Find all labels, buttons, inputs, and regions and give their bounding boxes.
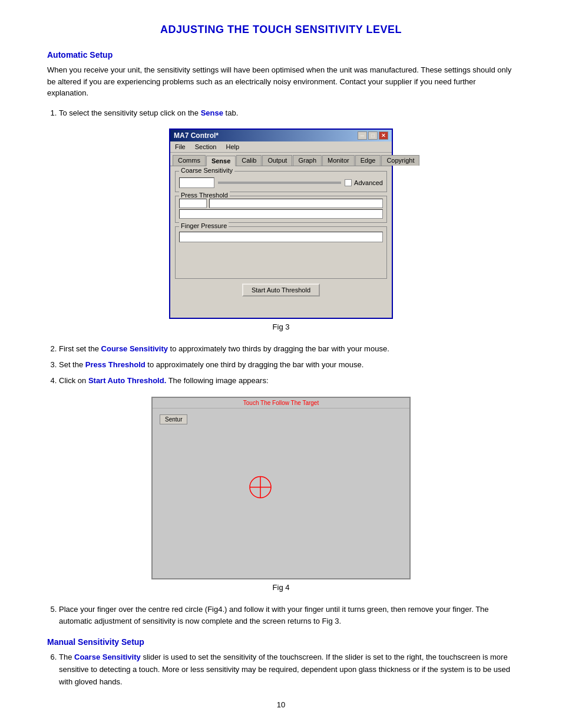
coarse-slider[interactable] bbox=[218, 182, 341, 184]
tab-output[interactable]: Output bbox=[262, 155, 292, 166]
calib-crosshair bbox=[246, 472, 275, 503]
instruction-item-3: Set the Press Threshold to approximately… bbox=[59, 359, 515, 371]
bottom-spacer bbox=[175, 301, 387, 313]
win-menubar: File Section Help bbox=[170, 141, 392, 153]
win-dialog-fig3: MA7 Control* ─ □ ✕ File Section Help Com… bbox=[169, 129, 393, 319]
win-tabs: Comms Sense Calib Output Graph Monitor E… bbox=[170, 153, 392, 166]
titlebar-buttons: ─ □ ✕ bbox=[358, 131, 388, 140]
automatic-setup-body: When you receive your unit, the sensitiv… bbox=[47, 64, 515, 99]
fig3-caption: Fig 3 bbox=[273, 322, 290, 331]
maximize-button[interactable]: □ bbox=[368, 131, 378, 140]
figure4-container: Touch The Follow The Target Sentur Fig 4 bbox=[47, 397, 515, 592]
page-number: 10 bbox=[47, 700, 515, 709]
fig4-caption: Fig 4 bbox=[273, 583, 290, 592]
advanced-checkbox-row: Advanced bbox=[345, 179, 383, 186]
minimize-button[interactable]: ─ bbox=[358, 131, 367, 140]
coarse-sensitivity-row: Advanced bbox=[179, 177, 383, 188]
instruction-list-2: First set the Course Sensitivity to appr… bbox=[59, 343, 515, 387]
instruction-item-6: The Coarse Sensitivity slider is used to… bbox=[59, 651, 515, 688]
finger-pressure-empty bbox=[179, 242, 383, 275]
win-content: Coarse Sensitivity Advanced Press Thresh… bbox=[170, 166, 392, 318]
instruction-list-6: The Coarse Sensitivity slider is used to… bbox=[59, 651, 515, 688]
finger-pressure-label: Finger Pressure bbox=[179, 222, 229, 229]
tab-copyright[interactable]: Copyright bbox=[381, 155, 419, 166]
press-threshold-input-small[interactable] bbox=[179, 199, 207, 208]
dialog-title: MA7 Control* bbox=[174, 131, 219, 140]
tab-calib[interactable]: Calib bbox=[236, 155, 262, 166]
instruction-item-1: To select the sensitivity setup click on… bbox=[59, 107, 515, 120]
tab-graph[interactable]: Graph bbox=[293, 155, 322, 166]
coarse-sensitivity-label: Coarse Sensitivity bbox=[179, 167, 234, 174]
instruction-item-2: First set the Course Sensitivity to appr… bbox=[59, 343, 515, 355]
finger-pressure-bar[interactable] bbox=[179, 232, 383, 242]
tab-comms[interactable]: Comms bbox=[173, 155, 206, 166]
calib-topbar: Touch The Follow The Target bbox=[153, 398, 409, 409]
press-threshold-bar2[interactable] bbox=[179, 209, 383, 219]
tab-edge[interactable]: Edge bbox=[355, 155, 381, 166]
menu-file[interactable]: File bbox=[173, 143, 188, 151]
page-title: ADJUSTING THE TOUCH SENSITIVITY LEVEL bbox=[47, 24, 515, 36]
instruction-list: To select the sensitivity setup click on… bbox=[59, 107, 515, 120]
crosshair-svg bbox=[246, 472, 275, 502]
advanced-checkbox[interactable] bbox=[345, 179, 352, 186]
menu-help[interactable]: Help bbox=[223, 143, 242, 151]
instruction-item-4: Click on Start Auto Threshold. The follo… bbox=[59, 375, 515, 387]
figure3-container: MA7 Control* ─ □ ✕ File Section Help Com… bbox=[47, 129, 515, 331]
win-titlebar: MA7 Control* ─ □ ✕ bbox=[170, 130, 392, 141]
press-threshold-bar[interactable] bbox=[209, 199, 383, 208]
coarse-sensitivity-group: Coarse Sensitivity Advanced bbox=[175, 171, 387, 192]
press-threshold-label: Press Threshold bbox=[179, 192, 230, 199]
calib-screen: Touch The Follow The Target Sentur bbox=[151, 397, 411, 579]
advanced-label: Advanced bbox=[354, 179, 383, 186]
press-threshold-row1 bbox=[179, 199, 383, 208]
manual-setup-heading: Manual Sensitivity Setup bbox=[47, 637, 515, 647]
automatic-setup-heading: Automatic Setup bbox=[47, 50, 515, 60]
calib-button[interactable]: Sentur bbox=[160, 414, 187, 424]
press-threshold-group: Press Threshold bbox=[175, 196, 387, 223]
close-button[interactable]: ✕ bbox=[379, 131, 388, 140]
instruction-list-5: Place your finger over the centre red ci… bbox=[59, 604, 515, 628]
start-auto-threshold-button[interactable]: Start Auto Threshold bbox=[242, 284, 320, 297]
menu-section[interactable]: Section bbox=[193, 143, 219, 151]
finger-pressure-group: Finger Pressure bbox=[175, 226, 387, 279]
coarse-input[interactable] bbox=[179, 177, 214, 188]
tab-sense[interactable]: Sense bbox=[206, 156, 236, 166]
instruction-item-5: Place your finger over the centre red ci… bbox=[59, 604, 515, 628]
tab-monitor[interactable]: Monitor bbox=[322, 155, 355, 166]
